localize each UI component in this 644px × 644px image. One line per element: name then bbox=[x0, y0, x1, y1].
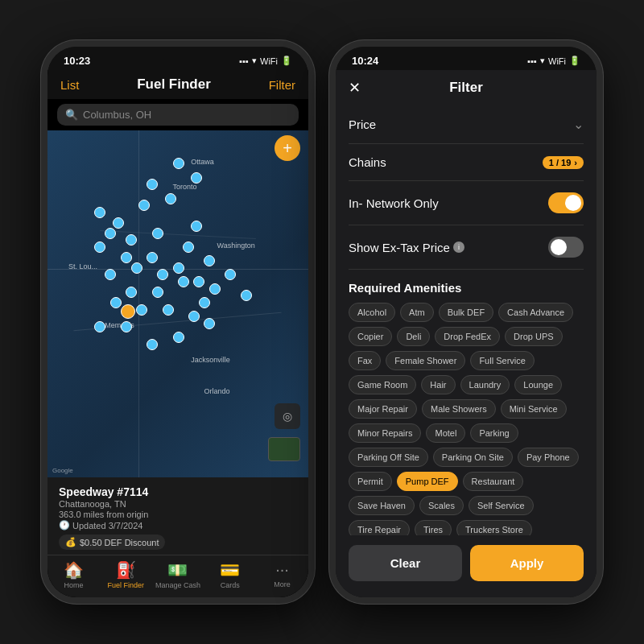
amenity-tag-parking-off-site[interactable]: Parking Off Site bbox=[349, 448, 428, 467]
fuel-pin[interactable] bbox=[138, 200, 150, 211]
fuel-pin[interactable] bbox=[110, 297, 122, 308]
clear-button[interactable]: Clear bbox=[349, 545, 462, 581]
nav-list-button[interactable]: List bbox=[60, 78, 79, 92]
amenity-tag-tires[interactable]: Tires bbox=[415, 520, 452, 535]
fuel-pin[interactable] bbox=[121, 252, 132, 263]
fuel-pin[interactable] bbox=[157, 269, 168, 280]
fuel-pin[interactable] bbox=[191, 172, 202, 184]
fuel-pin[interactable] bbox=[147, 179, 158, 190]
amenity-tag-pay-phone[interactable]: Pay Phone bbox=[518, 448, 579, 467]
fuel-pin[interactable] bbox=[105, 228, 116, 239]
amenity-tag-laundry[interactable]: Laundry bbox=[460, 375, 510, 394]
amenity-tag-drop-fedex[interactable]: Drop FedEx bbox=[435, 327, 500, 346]
fuel-pin[interactable] bbox=[126, 287, 137, 298]
amenity-tag-self-service[interactable]: Self Service bbox=[469, 496, 534, 515]
amenity-tag-bulk-def[interactable]: Bulk DEF bbox=[439, 303, 493, 322]
fuel-pin-active[interactable] bbox=[121, 304, 135, 319]
amenity-tag-female-shower[interactable]: Female Shower bbox=[386, 351, 465, 370]
price-filter-row[interactable]: Price ⌄ bbox=[349, 105, 584, 144]
nav-more[interactable]: ··· More bbox=[256, 560, 308, 589]
amenity-tag-save-haven[interactable]: Save Haven bbox=[349, 496, 415, 515]
fuel-pin[interactable] bbox=[173, 262, 184, 274]
fuel-pin[interactable] bbox=[147, 252, 158, 263]
fuel-pin[interactable] bbox=[126, 234, 137, 246]
map-label-jacksonville: Jacksonville bbox=[191, 356, 230, 364]
amenity-tag-copier[interactable]: Copier bbox=[349, 327, 392, 346]
fuel-pin[interactable] bbox=[188, 311, 200, 322]
amenity-tag-parking-on-site[interactable]: Parking On Site bbox=[433, 448, 513, 467]
fuel-pin[interactable] bbox=[199, 297, 210, 308]
nav-fuel-finder[interactable]: ⛽ Fuel Finder bbox=[100, 560, 152, 589]
fuel-pin[interactable] bbox=[241, 290, 252, 301]
fuel-pin[interactable] bbox=[94, 242, 105, 253]
nav-manage-cash[interactable]: 💵 Manage Cash bbox=[152, 560, 204, 589]
map-area[interactable]: Ottawa Toronto St. Lou... Memphis Jackso… bbox=[47, 130, 308, 477]
fuel-pin[interactable] bbox=[225, 269, 236, 280]
amenity-tag-motel[interactable]: Motel bbox=[426, 423, 465, 443]
amenity-tag-minor-repairs[interactable]: Minor Repairs bbox=[349, 423, 421, 443]
fuel-pin[interactable] bbox=[147, 339, 158, 350]
amenity-tag-fax[interactable]: Fax bbox=[349, 351, 381, 370]
fuel-pin[interactable] bbox=[152, 287, 163, 298]
chains-filter-row[interactable]: Chains 1 / 19 › bbox=[349, 144, 584, 181]
amenity-tag-alcohol[interactable]: Alcohol bbox=[349, 303, 395, 322]
network-toggle[interactable] bbox=[548, 192, 584, 213]
amenity-tag-parking[interactable]: Parking bbox=[470, 423, 518, 443]
amenity-tag-restaurant[interactable]: Restaurant bbox=[463, 472, 524, 491]
fuel-pin[interactable] bbox=[94, 321, 105, 332]
search-input[interactable]: Columbus, OH bbox=[83, 109, 151, 121]
amenity-tag-truckers-store[interactable]: Truckers Store bbox=[456, 520, 532, 535]
amenity-tag-game-room[interactable]: Game Room bbox=[349, 375, 416, 394]
apply-button[interactable]: Apply bbox=[470, 545, 584, 581]
fuel-pin[interactable] bbox=[152, 228, 163, 239]
map-thumbnail[interactable] bbox=[268, 437, 300, 461]
nav-home-label: Home bbox=[64, 581, 83, 589]
fuel-pin[interactable] bbox=[136, 304, 147, 316]
amenity-tag-cash-advance[interactable]: Cash Advance bbox=[498, 303, 573, 322]
amenity-tag-full-service[interactable]: Full Service bbox=[470, 351, 534, 370]
fuel-pin[interactable] bbox=[163, 304, 174, 316]
fuel-pin[interactable] bbox=[191, 221, 202, 232]
location-button[interactable]: ◎ bbox=[275, 403, 300, 429]
amenity-tag-permit[interactable]: Permit bbox=[349, 472, 392, 491]
nav-fuel-label: Fuel Finder bbox=[107, 581, 144, 589]
amenity-tag-hair[interactable]: Hair bbox=[421, 375, 455, 394]
network-filter-row: In- Network Only bbox=[349, 181, 584, 225]
fuel-icon: ⛽ bbox=[116, 560, 136, 580]
fuel-pin[interactable] bbox=[94, 207, 105, 218]
filter-footer: Clear Apply bbox=[336, 535, 597, 597]
info-icon[interactable]: i bbox=[453, 242, 464, 253]
status-icons-1: ▪▪▪ ▾ WiFi 🔋 bbox=[239, 56, 292, 66]
fuel-pin[interactable] bbox=[183, 242, 194, 253]
fuel-pin[interactable] bbox=[173, 332, 184, 343]
search-bar[interactable]: 🔍 Columbus, OH bbox=[57, 104, 299, 126]
nav-home[interactable]: 🏠 Home bbox=[47, 560, 100, 589]
nav-filter-button[interactable]: Filter bbox=[269, 78, 295, 92]
amenity-tag-major-repair[interactable]: Major Repair bbox=[349, 399, 417, 419]
amenity-tag-scales[interactable]: Scales bbox=[419, 496, 464, 515]
add-button[interactable]: + bbox=[275, 135, 300, 161]
amenity-tag-drop-ups[interactable]: Drop UPS bbox=[505, 327, 563, 346]
amenity-tag-deli[interactable]: Deli bbox=[397, 327, 430, 346]
amenity-tag-atm[interactable]: Atm bbox=[400, 303, 434, 322]
amenity-tag-male-showers[interactable]: Male Showers bbox=[422, 399, 496, 419]
fuel-pin[interactable] bbox=[193, 276, 204, 287]
fuel-pin[interactable] bbox=[204, 255, 215, 266]
fuel-pin[interactable] bbox=[173, 158, 184, 169]
fuel-pin[interactable] bbox=[105, 269, 116, 280]
fuel-pin[interactable] bbox=[131, 262, 142, 274]
amenity-tag-pump-def[interactable]: Pump DEF bbox=[397, 472, 458, 491]
amenity-tag-lounge[interactable]: Lounge bbox=[514, 375, 562, 394]
fuel-pin[interactable] bbox=[121, 321, 132, 332]
amenity-tag-mini-service[interactable]: Mini Service bbox=[501, 399, 567, 419]
nav-header: List Fuel Finder Filter bbox=[47, 70, 308, 99]
fuel-pin[interactable] bbox=[165, 193, 176, 204]
extax-toggle[interactable] bbox=[548, 237, 584, 258]
fuel-pin[interactable] bbox=[113, 217, 124, 229]
amenity-tag-tire-repair[interactable]: Tire Repair bbox=[349, 520, 410, 535]
fuel-pin[interactable] bbox=[178, 276, 189, 287]
fuel-pin[interactable] bbox=[209, 283, 221, 295]
nav-cards[interactable]: 💳 Cards bbox=[204, 560, 256, 589]
fuel-pin[interactable] bbox=[204, 318, 215, 329]
close-button[interactable]: ✕ bbox=[349, 79, 361, 97]
